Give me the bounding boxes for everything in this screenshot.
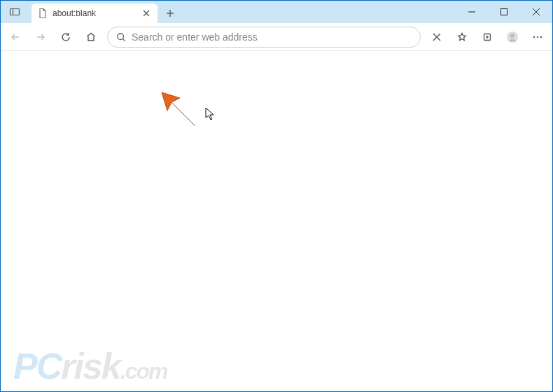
page-content: PCrisk.com: [1, 51, 552, 391]
home-icon: [85, 31, 97, 43]
title-bar: about:blank: [1, 1, 552, 23]
tab-close-button[interactable]: [141, 8, 152, 19]
close-icon: [533, 8, 540, 15]
favorites-button[interactable]: [450, 25, 474, 49]
arrow-right-icon: [35, 31, 46, 43]
stop-button[interactable]: [425, 25, 449, 49]
cursor-icon: [205, 107, 216, 121]
arrow-annotation: [159, 90, 201, 132]
svg-point-12: [118, 33, 124, 39]
collections-button[interactable]: [475, 25, 499, 49]
svg-rect-0: [10, 9, 20, 15]
refresh-icon: [60, 31, 71, 43]
svg-line-13: [123, 38, 125, 41]
watermark-part1: PC: [13, 345, 61, 387]
x-icon: [432, 32, 442, 42]
watermark: PCrisk.com: [13, 345, 167, 387]
home-button[interactable]: [79, 25, 103, 49]
minimize-icon: [468, 8, 475, 15]
svg-rect-7: [501, 9, 507, 15]
tab[interactable]: about:blank: [31, 4, 158, 23]
tab-title: about:blank: [52, 8, 136, 18]
profile-button[interactable]: [500, 25, 524, 49]
svg-point-20: [510, 34, 514, 38]
forward-button[interactable]: [29, 25, 52, 49]
watermark-part2: risk: [61, 345, 120, 387]
menu-button[interactable]: [526, 25, 550, 49]
plus-icon: [166, 9, 174, 18]
window-controls: [456, 1, 552, 23]
svg-point-23: [540, 36, 542, 37]
maximize-icon: [500, 8, 507, 15]
more-icon: [532, 31, 543, 43]
browser-window: about:blank: [0, 0, 553, 392]
close-icon: [143, 10, 150, 17]
tab-actions-button[interactable]: [1, 1, 29, 23]
collections-icon: [482, 31, 493, 43]
refresh-button[interactable]: [54, 25, 78, 49]
star-plus-icon: [456, 31, 468, 43]
back-button[interactable]: [4, 25, 27, 49]
maximize-button[interactable]: [488, 1, 520, 23]
watermark-tld: .com: [120, 358, 167, 384]
toolbar: [1, 23, 552, 51]
profile-icon: [506, 31, 519, 43]
window-close-button[interactable]: [520, 1, 552, 23]
minimize-button[interactable]: [456, 1, 488, 23]
page-icon: [37, 8, 48, 19]
address-input[interactable]: [132, 31, 412, 43]
new-tab-button[interactable]: [160, 4, 180, 23]
address-bar[interactable]: [107, 27, 421, 48]
svg-point-22: [537, 36, 538, 37]
tab-actions-icon: [9, 6, 20, 18]
arrow-left-icon: [10, 31, 21, 43]
search-icon: [116, 32, 126, 42]
svg-point-21: [533, 36, 535, 37]
